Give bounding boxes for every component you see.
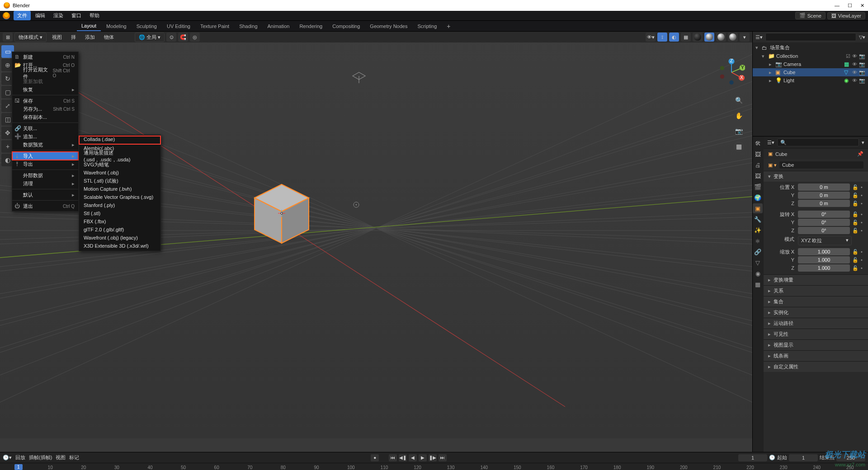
outliner-cube[interactable]: ▸▣Cube▽ 👁📷 — [753, 68, 868, 76]
loc-y[interactable]: 0 m — [798, 192, 850, 199]
file-menu-item[interactable]: 外部数据▸ — [12, 171, 78, 179]
section-lineart[interactable]: ▸线条画 — [764, 351, 868, 361]
import-menu-item[interactable]: Stl (.stl) — [79, 209, 160, 217]
rot-x[interactable]: 0° — [798, 211, 850, 218]
prop-tab-world[interactable]: 🌍 — [753, 193, 763, 202]
clock-icon[interactable]: 🕒 — [769, 455, 775, 461]
play-reverse-icon[interactable]: ◀ — [409, 454, 417, 461]
visibility-toggle-icon[interactable]: 👁▾ — [646, 33, 656, 42]
section-instancing[interactable]: ▸实例化 — [764, 307, 868, 318]
loc-x[interactable]: 0 m — [798, 183, 850, 191]
props-options-icon[interactable]: ▾ — [862, 140, 864, 146]
file-menu-item[interactable]: 清理▸ — [12, 179, 78, 188]
menu-help[interactable]: 帮助 — [86, 11, 103, 20]
import-menu-item[interactable]: FBX (.fbx) — [79, 217, 160, 226]
interaction-mode[interactable]: 物体模式 ▾ — [14, 33, 47, 42]
pin-icon[interactable]: 📌 — [857, 151, 863, 157]
zoom-icon[interactable]: 🔍 — [733, 95, 744, 106]
section-viewport[interactable]: ▸视图显示 — [764, 340, 868, 350]
checkbox-icon[interactable]: ☑ — [846, 53, 850, 59]
tab-layout[interactable]: Layout — [77, 21, 101, 31]
vp-menu-view[interactable]: 视图 — [48, 33, 66, 42]
play-icon[interactable]: ▶ — [419, 454, 427, 461]
scene-selector[interactable]: 🎬 Scene — [795, 12, 826, 19]
file-menu-item[interactable]: 保存副本... — [12, 113, 78, 121]
start-frame[interactable]: 1 — [789, 454, 818, 461]
vp-menu-add[interactable]: 添加 — [81, 33, 99, 42]
import-menu-item[interactable]: Wavefront (.obj) — [79, 169, 160, 177]
props-editor-icon[interactable]: ☰▾ — [767, 140, 774, 146]
rot-z[interactable]: 0° — [798, 227, 850, 234]
gizmo-toggle-icon[interactable]: ⟟ — [657, 33, 667, 42]
3d-viewport[interactable]: ⊞ 物体模式 ▾ 视图 择 添加 物体 🌐 全局 ▾ ⊙ 🧲 ◎ 👁▾ ⟟ ◐ … — [0, 32, 752, 452]
render-icon[interactable]: 📷 — [859, 70, 865, 75]
lock-icon[interactable]: 🔓 — [852, 184, 859, 190]
render-icon[interactable]: 📷 — [859, 61, 865, 67]
camera-view-icon[interactable]: 📷 — [733, 126, 744, 136]
shading-rendered-icon[interactable] — [728, 33, 738, 42]
blender-icon[interactable] — [3, 12, 10, 19]
outliner-root[interactable]: ▾🗀场景集合 — [753, 43, 868, 52]
prop-tab-render[interactable]: 🖼 — [753, 149, 763, 159]
eye-icon[interactable]: 👁 — [852, 70, 857, 75]
prop-tab-scene[interactable]: 🎬 — [753, 182, 763, 192]
render-icon[interactable]: 📷 — [859, 78, 865, 84]
tab-scripting[interactable]: Scripting — [413, 22, 441, 31]
tab-shading[interactable]: Shading — [235, 22, 262, 31]
file-menu-item[interactable]: ⭱导出▸ — [12, 160, 78, 168]
vp-menu-object[interactable]: 物体 — [100, 33, 118, 42]
outliner-light[interactable]: ▸💡Light◉ 👁📷 — [753, 76, 868, 85]
snap-icon[interactable]: 🧲 — [178, 33, 188, 42]
tab-animation[interactable]: Animation — [263, 22, 294, 31]
import-menu-item[interactable]: Scalable Vector Graphics (.svg) — [79, 193, 160, 201]
scale-z[interactable]: 1.000 — [798, 264, 850, 272]
import-menu-item[interactable]: Motion Capture (.bvh) — [79, 185, 160, 193]
section-visibility[interactable]: ▸可见性 — [764, 329, 868, 339]
filter-icon[interactable]: ▽▾ — [859, 34, 865, 40]
window-minimize-button[interactable]: — — [835, 3, 840, 9]
scale-y[interactable]: 1.000 — [798, 256, 850, 263]
scale-x[interactable]: 1.000 — [798, 248, 850, 255]
prop-tab-particle[interactable]: ✨ — [753, 225, 763, 235]
end-frame[interactable]: 250 — [836, 454, 865, 461]
loc-z[interactable]: 0 m — [798, 200, 850, 207]
rotation-mode[interactable]: XYZ 欧拉▾ — [798, 236, 852, 245]
outliner-collection[interactable]: ▾📁Collection ☑👁📷 — [753, 52, 868, 60]
nav-gizmo[interactable]: X Y Z — [718, 59, 745, 86]
tab-uv-editing[interactable]: UV Editing — [162, 22, 195, 31]
prop-tab-tool[interactable]: 🛠 — [753, 138, 763, 148]
shading-wire-icon[interactable] — [693, 33, 703, 42]
current-frame[interactable]: 1 — [738, 454, 767, 461]
file-menu-item[interactable]: 打开近期文件Shift Ctrl O — [12, 69, 78, 77]
menu-window[interactable]: 窗口 — [68, 11, 85, 20]
pivot-point-icon[interactable]: ⊙ — [166, 33, 176, 42]
import-menu-item[interactable]: Wavefront (.obj) (legacy) — [79, 234, 160, 242]
pan-icon[interactable]: ✋ — [733, 110, 744, 121]
prop-tab-viewlayer[interactable]: 🖼 — [753, 171, 763, 181]
import-menu-item[interactable]: Collada (.dae) — [79, 136, 160, 144]
outliner-camera[interactable]: ▸📷Camera▦ 👁📷 — [753, 60, 868, 68]
editor-type-icon[interactable]: ⊞ — [3, 33, 13, 42]
section-collections[interactable]: ▸集合 — [764, 296, 868, 307]
shading-solid-icon[interactable] — [704, 33, 714, 42]
overlay-toggle-icon[interactable]: ◐ — [669, 33, 679, 42]
timeline-ruler[interactable]: 1 10203040506070809010011012013014015016… — [0, 463, 868, 470]
file-menu-item[interactable]: ⏻退出Ctrl Q — [12, 202, 78, 210]
tab-geometry-nodes[interactable]: Geometry Nodes — [365, 22, 412, 31]
jump-end-icon[interactable]: ⏭ — [439, 454, 447, 461]
section-relations[interactable]: ▸关系 — [764, 286, 868, 296]
shading-options-icon[interactable]: ▾ — [740, 33, 750, 42]
tab-texture-paint[interactable]: Texture Paint — [196, 22, 234, 31]
render-icon[interactable]: 📷 — [859, 53, 865, 59]
file-menu-item[interactable]: 数据预览▸ — [12, 141, 78, 149]
window-maximize-button[interactable]: ☐ — [848, 3, 852, 9]
tl-playback[interactable]: 回放 — [15, 454, 25, 461]
ortho-icon[interactable]: ▦ — [733, 141, 744, 152]
prop-tab-data[interactable]: ▽ — [753, 258, 763, 268]
prop-tab-material[interactable]: ◉ — [753, 268, 763, 278]
keyframe-next-icon[interactable]: ❚▶ — [429, 454, 437, 461]
tl-marker[interactable]: 标记 — [69, 454, 79, 461]
tl-keying[interactable]: 插帧(插帧) — [29, 454, 52, 461]
file-menu-item[interactable]: ⭳导入▸ — [12, 152, 78, 160]
file-menu-item[interactable]: 🖫保存Ctrl S — [12, 97, 78, 105]
